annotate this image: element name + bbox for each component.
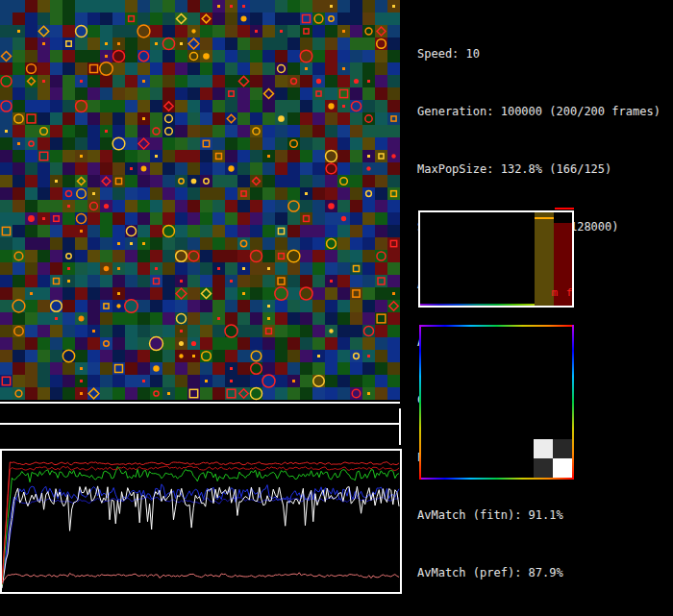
population-grid[interactable] <box>0 0 400 401</box>
stats-panel: Speed: 10 Generation: 100000 (200/200 fr… <box>417 6 673 616</box>
overflow-marker-line <box>555 208 574 209</box>
stat-maxpopsize: MaxPopSize: 132.8% (166/125) <box>417 160 673 179</box>
stat-speed: Speed: 10 <box>417 44 673 63</box>
matrix-rainbow-edge-left <box>419 325 421 480</box>
matrix-rainbow-edge-bottom <box>419 478 574 480</box>
matrix-cell <box>553 458 572 478</box>
matrix-rainbow-edge-top <box>419 325 574 327</box>
simulation-app-window: Speed: 10 Generation: 100000 (200/200 fr… <box>0 0 673 616</box>
matrix-cell <box>534 458 553 478</box>
capacity-marker-line <box>535 217 554 219</box>
separator-line-top <box>0 402 400 404</box>
stat-avmatch-pref: AvMatch (pref): 87.9% <box>417 563 673 582</box>
species-color-strip <box>420 304 535 306</box>
timeseries-chart-panel <box>0 449 402 594</box>
stat-avmatch-fitn: AvMatch (fitn): 91.1% <box>417 505 673 525</box>
stat-generation: Generation: 100000 (200/200 frames) <box>417 102 673 121</box>
matrix-cell <box>534 439 553 458</box>
sex-axis-label: m f <box>551 286 574 299</box>
match-matrix-panel <box>419 325 574 480</box>
sex-ratio-histogram-panel: m f <box>418 210 574 308</box>
matrix-rainbow-edge-right <box>572 325 574 480</box>
separator-tick <box>399 408 401 445</box>
separator-line-bottom <box>0 423 400 425</box>
matrix-cell <box>553 439 572 458</box>
timeseries-chart <box>2 451 400 592</box>
